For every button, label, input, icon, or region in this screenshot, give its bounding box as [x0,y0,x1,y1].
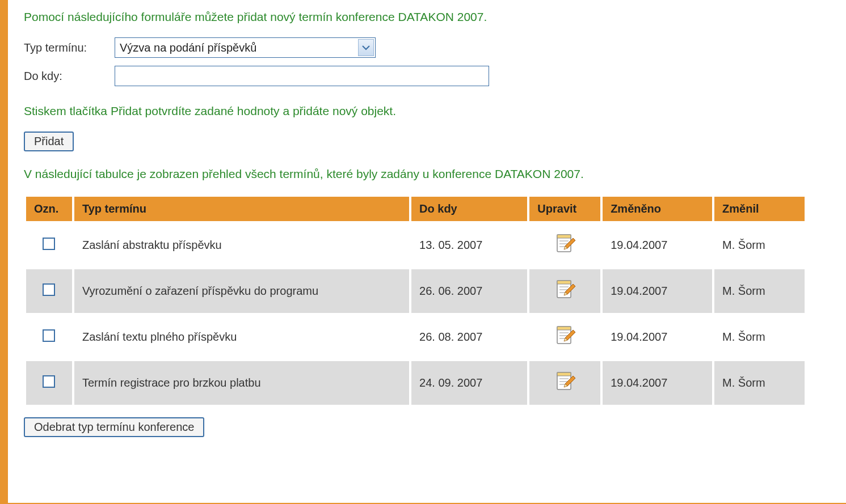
row-changed-by: M. Šorm [714,315,805,359]
header-edit: Upravit [529,197,600,221]
intro-text: Pomocí následujícího formuláře můžete př… [24,10,830,24]
row-changed-by: M. Šorm [714,361,805,405]
edit-icon[interactable] [554,232,576,258]
until-label: Do kdy: [24,70,115,83]
edit-icon[interactable] [554,324,576,350]
table-row: Vyrozumění o zařazení příspěvku do progr… [26,269,805,313]
svg-rect-1 [557,235,571,238]
type-select[interactable] [115,37,376,58]
confirm-text: Stiskem tlačítka Přidat potvrdíte zadané… [24,104,830,118]
header-mark: Ozn. [26,197,72,221]
row-changed: 19.04.2007 [603,223,712,267]
row-type: Zaslání textu plného příspěvku [74,315,409,359]
header-changed: Změněno [603,197,712,221]
row-type: Termín registrace pro brzkou platbu [74,361,409,405]
svg-rect-11 [557,327,571,330]
table-row: Zaslání textu plného příspěvku 26. 08. 2… [26,315,805,359]
row-changed: 19.04.2007 [603,361,712,405]
header-type: Typ termínu [74,197,409,221]
row-checkbox[interactable] [43,329,55,342]
table-intro-text: V následující tabulce je zobrazen přehle… [24,167,830,181]
row-checkbox[interactable] [43,238,55,250]
header-changed-by: Změnil [714,197,805,221]
row-changed-by: M. Šorm [714,269,805,313]
type-label: Typ termínu: [24,41,115,54]
form-row-until: Do kdy: [24,66,830,86]
edit-icon[interactable] [554,278,576,304]
row-changed-by: M. Šorm [714,223,805,267]
svg-rect-6 [557,281,571,284]
svg-rect-16 [557,372,571,376]
row-until: 24. 09. 2007 [411,361,527,405]
row-type: Vyrozumění o zařazení příspěvku do progr… [74,269,409,313]
term-table: Ozn. Typ termínu Do kdy Upravit Změněno … [24,194,807,407]
add-button[interactable]: Přidat [24,132,74,151]
table-row: Termín registrace pro brzkou platbu 24. … [26,361,805,405]
until-input[interactable] [115,66,489,86]
form-row-type: Typ termínu: [24,37,830,58]
row-until: 26. 08. 2007 [411,315,527,359]
table-row: Zaslání abstraktu příspěvku 13. 05. 2007… [26,223,805,267]
edit-icon[interactable] [554,370,576,396]
row-checkbox[interactable] [43,375,55,388]
row-until: 26. 06. 2007 [411,269,527,313]
header-until: Do kdy [411,197,527,221]
type-select-value[interactable] [115,37,376,58]
row-until: 13. 05. 2007 [411,223,527,267]
row-changed: 19.04.2007 [603,315,712,359]
remove-button[interactable]: Odebrat typ termínu konference [24,417,204,437]
row-changed: 19.04.2007 [603,269,712,313]
row-type: Zaslání abstraktu příspěvku [74,223,409,267]
row-checkbox[interactable] [43,283,55,296]
